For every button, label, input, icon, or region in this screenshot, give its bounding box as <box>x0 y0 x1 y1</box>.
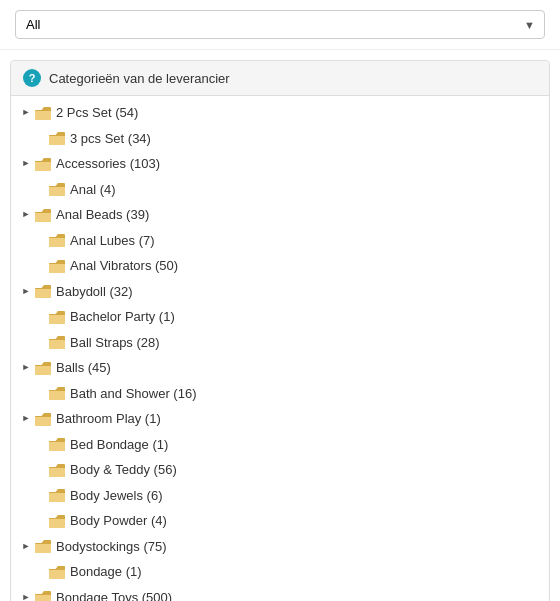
category-label: Ball Straps (28) <box>70 333 160 353</box>
dropdown-container: All <box>0 0 560 50</box>
list-item[interactable]: ► 2 Pcs Set (54) <box>11 100 549 126</box>
chevron-right-icon[interactable]: ► <box>19 412 33 426</box>
folder-icon <box>49 233 65 247</box>
category-label: 3 pcs Set (34) <box>70 129 151 149</box>
svg-rect-7 <box>49 187 65 196</box>
category-label: Body Jewels (6) <box>70 486 162 506</box>
category-label: Anal Vibrators (50) <box>70 256 178 276</box>
folder-icon <box>49 437 65 451</box>
folder-icon <box>49 386 65 400</box>
chevron-right-icon[interactable]: ► <box>19 106 33 120</box>
svg-rect-21 <box>35 366 51 375</box>
svg-rect-5 <box>35 162 51 171</box>
list-item[interactable]: ► Babydoll (32) <box>11 279 549 305</box>
list-item[interactable]: ► Balls (45) <box>11 355 549 381</box>
category-label: Accessories (103) <box>56 154 160 174</box>
folder-icon <box>35 590 51 601</box>
svg-rect-31 <box>49 493 65 502</box>
chevron-right-icon[interactable]: ► <box>19 361 33 375</box>
chevron-right-icon[interactable]: ► <box>19 157 33 171</box>
svg-rect-37 <box>49 570 65 579</box>
list-item[interactable]: ► Accessories (103) <box>11 151 549 177</box>
panel-header: ? Categorieën van de leverancier <box>11 61 549 96</box>
folder-icon <box>49 182 65 196</box>
category-label: Bed Bondage (1) <box>70 435 168 455</box>
folder-icon <box>49 514 65 528</box>
svg-rect-35 <box>35 544 51 553</box>
list-item[interactable]: Ball Straps (28) <box>11 330 549 356</box>
folder-icon <box>35 539 51 553</box>
category-label: Bath and Shower (16) <box>70 384 196 404</box>
svg-rect-9 <box>35 213 51 222</box>
chevron-right-icon[interactable]: ► <box>19 208 33 222</box>
list-item[interactable]: Body Jewels (6) <box>11 483 549 509</box>
list-item[interactable]: Anal Vibrators (50) <box>11 253 549 279</box>
folder-icon <box>35 412 51 426</box>
category-list: ► 2 Pcs Set (54) 3 pcs Set (34)► Accesso… <box>11 96 549 601</box>
category-label: Bodystockings (75) <box>56 537 167 557</box>
category-panel: ? Categorieën van de leverancier ► 2 Pcs… <box>10 60 550 601</box>
svg-rect-17 <box>49 315 65 324</box>
category-label: Anal Lubes (7) <box>70 231 155 251</box>
folder-icon <box>49 335 65 349</box>
folder-icon <box>35 208 51 222</box>
svg-rect-19 <box>49 340 65 349</box>
chevron-right-icon[interactable]: ► <box>19 590 33 601</box>
folder-icon <box>49 310 65 324</box>
list-item[interactable]: Bondage (1) <box>11 559 549 585</box>
svg-rect-11 <box>49 238 65 247</box>
folder-icon <box>35 157 51 171</box>
folder-icon <box>49 565 65 579</box>
list-item[interactable]: Anal Lubes (7) <box>11 228 549 254</box>
category-label: Body Powder (4) <box>70 511 167 531</box>
svg-rect-29 <box>49 468 65 477</box>
svg-rect-33 <box>49 519 65 528</box>
svg-rect-25 <box>35 417 51 426</box>
list-item[interactable]: ► Bondage Toys (500) <box>11 585 549 602</box>
list-item[interactable]: ► Anal Beads (39) <box>11 202 549 228</box>
category-label: Babydoll (32) <box>56 282 133 302</box>
svg-rect-1 <box>35 111 51 120</box>
list-item[interactable]: ► Bodystockings (75) <box>11 534 549 560</box>
category-label: 2 Pcs Set (54) <box>56 103 138 123</box>
list-item[interactable]: Bachelor Party (1) <box>11 304 549 330</box>
category-label: Bondage (1) <box>70 562 142 582</box>
folder-icon <box>35 106 51 120</box>
all-select-wrapper[interactable]: All <box>15 10 545 39</box>
help-icon[interactable]: ? <box>23 69 41 87</box>
list-item[interactable]: 3 pcs Set (34) <box>11 126 549 152</box>
svg-rect-39 <box>35 595 51 601</box>
folder-icon <box>49 259 65 273</box>
category-label: Bondage Toys (500) <box>56 588 172 602</box>
svg-rect-27 <box>49 442 65 451</box>
main-content: ? Categorieën van de leverancier ► 2 Pcs… <box>0 50 560 601</box>
folder-icon <box>49 131 65 145</box>
list-item[interactable]: Body Powder (4) <box>11 508 549 534</box>
svg-rect-23 <box>49 391 65 400</box>
folder-icon <box>35 361 51 375</box>
category-label: Bachelor Party (1) <box>70 307 175 327</box>
category-label: Body & Teddy (56) <box>70 460 177 480</box>
folder-icon <box>49 488 65 502</box>
all-select[interactable]: All <box>15 10 545 39</box>
list-item[interactable]: ► Bathroom Play (1) <box>11 406 549 432</box>
chevron-right-icon[interactable]: ► <box>19 284 33 298</box>
folder-icon <box>49 463 65 477</box>
list-item[interactable]: Bath and Shower (16) <box>11 381 549 407</box>
svg-rect-3 <box>49 136 65 145</box>
panel-title: Categorieën van de leverancier <box>49 71 230 86</box>
list-item[interactable]: Bed Bondage (1) <box>11 432 549 458</box>
category-label: Anal (4) <box>70 180 116 200</box>
category-label: Bathroom Play (1) <box>56 409 161 429</box>
svg-rect-15 <box>35 289 51 298</box>
chevron-right-icon[interactable]: ► <box>19 539 33 553</box>
list-item[interactable]: Body & Teddy (56) <box>11 457 549 483</box>
folder-icon <box>35 284 51 298</box>
category-label: Balls (45) <box>56 358 111 378</box>
svg-rect-13 <box>49 264 65 273</box>
list-item[interactable]: Anal (4) <box>11 177 549 203</box>
category-label: Anal Beads (39) <box>56 205 149 225</box>
